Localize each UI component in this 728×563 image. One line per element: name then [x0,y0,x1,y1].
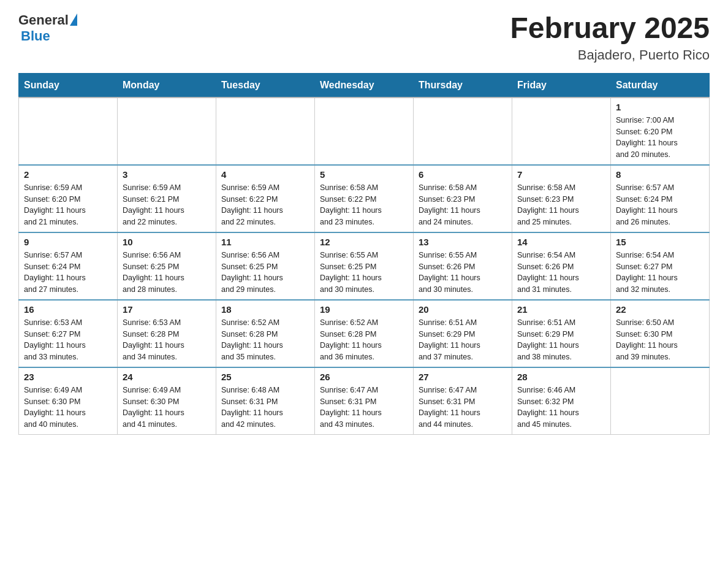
calendar-cell: 28Sunrise: 6:46 AM Sunset: 6:32 PM Dayli… [512,367,611,435]
calendar-cell: 7Sunrise: 6:58 AM Sunset: 6:23 PM Daylig… [512,165,611,232]
day-number: 15 [616,237,704,247]
week-row-3: 16Sunrise: 6:53 AM Sunset: 6:27 PM Dayli… [19,300,710,367]
day-number: 23 [24,372,112,382]
day-number: 20 [419,304,507,315]
day-number: 5 [320,169,408,180]
day-info: Sunrise: 6:58 AM Sunset: 6:23 PM Dayligh… [517,182,605,228]
day-info: Sunrise: 6:47 AM Sunset: 6:31 PM Dayligh… [320,385,408,431]
day-number: 8 [616,169,704,180]
header-friday: Friday [512,73,611,98]
day-number: 10 [123,237,211,247]
header-saturday: Saturday [611,73,710,98]
calendar-cell: 11Sunrise: 6:56 AM Sunset: 6:25 PM Dayli… [216,232,315,300]
day-number: 17 [123,304,211,315]
day-info: Sunrise: 6:51 AM Sunset: 6:29 PM Dayligh… [419,317,507,363]
day-info: Sunrise: 6:56 AM Sunset: 6:25 PM Dayligh… [123,250,211,296]
logo-general-text: General [18,12,69,28]
day-number: 7 [517,169,605,180]
day-number: 12 [320,237,408,247]
header-tuesday: Tuesday [216,73,315,98]
calendar-cell [512,98,611,165]
day-info: Sunrise: 6:53 AM Sunset: 6:28 PM Dayligh… [123,317,211,363]
header-sunday: Sunday [19,73,118,98]
day-number: 2 [24,169,112,180]
calendar-cell: 27Sunrise: 6:47 AM Sunset: 6:31 PM Dayli… [414,367,512,435]
calendar-cell: 26Sunrise: 6:47 AM Sunset: 6:31 PM Dayli… [315,367,414,435]
calendar-table: SundayMondayTuesdayWednesdayThursdayFrid… [18,73,710,435]
calendar-cell: 5Sunrise: 6:58 AM Sunset: 6:22 PM Daylig… [315,165,414,232]
logo-triangle-icon [70,13,77,26]
day-info: Sunrise: 6:55 AM Sunset: 6:25 PM Dayligh… [320,250,408,296]
day-number: 3 [123,169,211,180]
calendar-cell: 18Sunrise: 6:52 AM Sunset: 6:28 PM Dayli… [216,300,315,367]
day-info: Sunrise: 6:53 AM Sunset: 6:27 PM Dayligh… [24,317,112,363]
calendar-cell: 6Sunrise: 6:58 AM Sunset: 6:23 PM Daylig… [414,165,512,232]
calendar-cell [414,98,512,165]
logo-blue-text: Blue [21,28,50,44]
day-number: 6 [419,169,507,180]
calendar-cell [611,367,710,435]
day-info: Sunrise: 6:49 AM Sunset: 6:30 PM Dayligh… [24,385,112,431]
calendar-cell: 19Sunrise: 6:52 AM Sunset: 6:28 PM Dayli… [315,300,414,367]
calendar-cell: 21Sunrise: 6:51 AM Sunset: 6:29 PM Dayli… [512,300,611,367]
day-info: Sunrise: 6:54 AM Sunset: 6:27 PM Dayligh… [616,250,704,296]
day-info: Sunrise: 6:54 AM Sunset: 6:26 PM Dayligh… [517,250,605,296]
calendar-subtitle: Bajadero, Puerto Rico [510,47,710,63]
day-info: Sunrise: 6:58 AM Sunset: 6:22 PM Dayligh… [320,182,408,228]
day-number: 9 [24,237,112,247]
day-number: 18 [221,304,309,315]
day-number: 11 [221,237,309,247]
calendar-cell [118,98,216,165]
calendar-cell: 3Sunrise: 6:59 AM Sunset: 6:21 PM Daylig… [118,165,216,232]
day-info: Sunrise: 6:58 AM Sunset: 6:23 PM Dayligh… [419,182,507,228]
day-info: Sunrise: 6:57 AM Sunset: 6:24 PM Dayligh… [24,250,112,296]
week-row-1: 2Sunrise: 6:59 AM Sunset: 6:20 PM Daylig… [19,165,710,232]
day-number: 16 [24,304,112,315]
page-header: General Blue February 2025 Bajadero, Pue… [18,12,710,63]
day-info: Sunrise: 6:47 AM Sunset: 6:31 PM Dayligh… [419,385,507,431]
title-area: February 2025 Bajadero, Puerto Rico [510,12,710,63]
calendar-cell [315,98,414,165]
day-info: Sunrise: 6:55 AM Sunset: 6:26 PM Dayligh… [419,250,507,296]
day-info: Sunrise: 6:50 AM Sunset: 6:30 PM Dayligh… [616,317,704,363]
day-number: 22 [616,304,704,315]
day-number: 26 [320,372,408,382]
day-number: 21 [517,304,605,315]
calendar-cell [19,98,118,165]
day-number: 27 [419,372,507,382]
calendar-cell: 4Sunrise: 6:59 AM Sunset: 6:22 PM Daylig… [216,165,315,232]
week-row-2: 9Sunrise: 6:57 AM Sunset: 6:24 PM Daylig… [19,232,710,300]
calendar-cell: 23Sunrise: 6:49 AM Sunset: 6:30 PM Dayli… [19,367,118,435]
day-info: Sunrise: 6:51 AM Sunset: 6:29 PM Dayligh… [517,317,605,363]
day-number: 19 [320,304,408,315]
header-thursday: Thursday [414,73,512,98]
header-row: SundayMondayTuesdayWednesdayThursdayFrid… [19,73,710,98]
day-number: 4 [221,169,309,180]
day-number: 25 [221,372,309,382]
day-number: 13 [419,237,507,247]
calendar-cell: 1Sunrise: 7:00 AM Sunset: 6:20 PM Daylig… [611,98,710,165]
calendar-cell: 13Sunrise: 6:55 AM Sunset: 6:26 PM Dayli… [414,232,512,300]
day-number: 1 [616,102,704,112]
day-info: Sunrise: 6:46 AM Sunset: 6:32 PM Dayligh… [517,385,605,431]
day-info: Sunrise: 6:52 AM Sunset: 6:28 PM Dayligh… [320,317,408,363]
day-info: Sunrise: 6:59 AM Sunset: 6:20 PM Dayligh… [24,182,112,228]
header-wednesday: Wednesday [315,73,414,98]
week-row-4: 23Sunrise: 6:49 AM Sunset: 6:30 PM Dayli… [19,367,710,435]
calendar-cell [216,98,315,165]
day-info: Sunrise: 6:52 AM Sunset: 6:28 PM Dayligh… [221,317,309,363]
calendar-cell: 24Sunrise: 6:49 AM Sunset: 6:30 PM Dayli… [118,367,216,435]
day-info: Sunrise: 6:57 AM Sunset: 6:24 PM Dayligh… [616,182,704,228]
calendar-cell: 14Sunrise: 6:54 AM Sunset: 6:26 PM Dayli… [512,232,611,300]
day-info: Sunrise: 6:48 AM Sunset: 6:31 PM Dayligh… [221,385,309,431]
calendar-cell: 16Sunrise: 6:53 AM Sunset: 6:27 PM Dayli… [19,300,118,367]
calendar-title: February 2025 [510,12,710,45]
calendar-cell: 22Sunrise: 6:50 AM Sunset: 6:30 PM Dayli… [611,300,710,367]
calendar-cell: 8Sunrise: 6:57 AM Sunset: 6:24 PM Daylig… [611,165,710,232]
calendar-cell: 9Sunrise: 6:57 AM Sunset: 6:24 PM Daylig… [19,232,118,300]
calendar-cell: 12Sunrise: 6:55 AM Sunset: 6:25 PM Dayli… [315,232,414,300]
calendar-cell: 15Sunrise: 6:54 AM Sunset: 6:27 PM Dayli… [611,232,710,300]
day-info: Sunrise: 6:49 AM Sunset: 6:30 PM Dayligh… [123,385,211,431]
header-monday: Monday [118,73,216,98]
day-info: Sunrise: 6:59 AM Sunset: 6:21 PM Dayligh… [123,182,211,228]
